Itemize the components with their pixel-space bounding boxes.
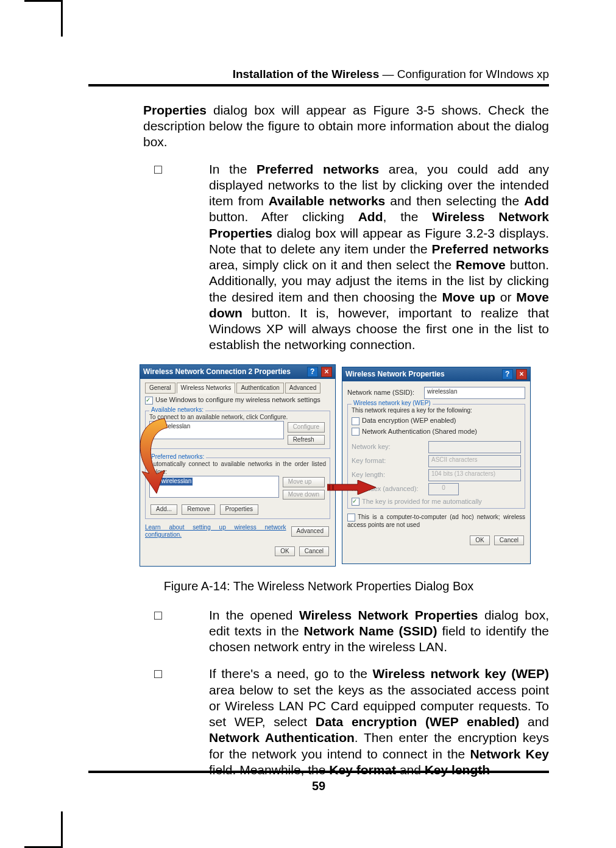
bullet-glyph: □	[143, 607, 209, 655]
ssid-input[interactable]: wirelesslan	[424, 387, 525, 399]
svg-marker-0	[327, 480, 376, 495]
pref-buttons: Add... Remove Properties	[149, 503, 326, 516]
key-format-label: Key format:	[352, 457, 425, 465]
key-length-label: Key length:	[352, 471, 425, 479]
intro-paragraph: Properties dialog box will appear as Fig…	[88, 102, 549, 150]
curved-arrow-icon	[131, 415, 180, 495]
key-index-input[interactable]: 0	[428, 483, 459, 495]
auto-key-row: The key is provided for me automatically	[352, 498, 521, 506]
move-down-button[interactable]: Move down	[283, 490, 325, 500]
bullet-glyph: □	[143, 666, 209, 778]
figure: Wireless Network Connection 2 Properties…	[140, 364, 531, 570]
configure-button[interactable]: Configure	[288, 422, 325, 433]
page-number: 59	[88, 773, 549, 793]
close-icon[interactable]: ×	[321, 367, 332, 377]
wep-group-title: Wireless network key (WEP)	[352, 400, 433, 408]
available-networks-title: Available networks:	[149, 406, 205, 414]
tab-general[interactable]: General	[145, 383, 175, 394]
ok-button-2[interactable]: OK	[470, 535, 489, 546]
ssid-row: Network name (SSID): wirelesslan	[347, 387, 525, 399]
bullet-3: □ If there's a need, go to the Wireless …	[88, 666, 549, 778]
cancel-button-2[interactable]: Cancel	[494, 535, 524, 546]
data-encryption-checkbox[interactable]	[352, 417, 359, 425]
dialog2-title: Wireless Network Properties	[345, 370, 445, 379]
header-plain: — Configuration for WIndows xp	[379, 68, 549, 80]
learn-row: Learn about setting up wireless network …	[145, 524, 330, 539]
use-windows-row: Use Windows to configure my wireless net…	[145, 396, 330, 405]
red-arrow-icon	[327, 480, 376, 495]
key-format-row: Key format:ASCII characters	[352, 455, 521, 467]
network-key-row: Network key:	[352, 441, 521, 453]
network-auth-checkbox[interactable]	[352, 428, 359, 436]
figure-caption: Figure A-14: The Wireless Network Proper…	[88, 579, 549, 594]
move-up-button[interactable]: Move up	[283, 477, 325, 487]
key-format-select[interactable]: ASCII characters	[428, 455, 521, 467]
ok-button[interactable]: OK	[275, 546, 294, 557]
bullet-1-text: In the Preferred networks area, you coul…	[209, 161, 549, 353]
close-icon[interactable]: ×	[516, 369, 527, 380]
crop-mark	[61, 0, 63, 37]
key-length-select[interactable]: 104 bits (13 characters)	[428, 469, 521, 481]
net-auth-row: Network Authentication (Shared mode)	[352, 428, 521, 436]
ssid-label: Network name (SSID):	[347, 389, 420, 397]
cancel-button[interactable]: Cancel	[299, 546, 329, 557]
page: Installation of the Wireless — Configura…	[0, 0, 616, 848]
crop-mark	[24, 0, 61, 2]
bullet-1: □ In the Preferred networks area, you co…	[88, 161, 549, 353]
dialog2-footer: OK Cancel	[347, 534, 525, 547]
crop-mark	[61, 811, 63, 848]
help-icon[interactable]: ?	[502, 369, 513, 380]
network-key-input[interactable]	[428, 441, 521, 453]
dialog1-titlebar[interactable]: Wireless Network Connection 2 Properties…	[140, 365, 335, 379]
auto-key-checkbox[interactable]	[352, 498, 359, 506]
remove-button[interactable]: Remove	[182, 504, 215, 515]
add-button[interactable]: Add...	[150, 504, 177, 515]
adhoc-checkbox[interactable]	[347, 514, 355, 521]
data-enc-row: Data encryption (WEP enabled)	[352, 417, 521, 425]
bullet-3-text: If there's a need, go to the Wireless ne…	[209, 666, 549, 778]
adhoc-row: This is a computer-to-computer (ad hoc) …	[347, 514, 525, 529]
body: Properties dialog box will appear as Fig…	[88, 87, 549, 778]
help-icon[interactable]: ?	[307, 367, 318, 377]
titlebar-icons: ? ×	[306, 367, 332, 377]
bullet-2-text: In the opened Wireless Network Propertie…	[209, 607, 549, 655]
footer: 59	[88, 768, 549, 793]
dialog1-title: Wireless Network Connection 2 Properties	[143, 367, 291, 376]
key-index-row: Key index (advanced):0	[352, 483, 521, 495]
tab-authentication[interactable]: Authentication	[236, 383, 283, 394]
running-header: Installation of the Wireless — Configura…	[88, 67, 549, 82]
dialog-wireless-network-properties[interactable]: Wireless Network Properties ? × Network …	[342, 367, 531, 564]
titlebar-icons-2: ? ×	[501, 369, 527, 380]
tab-advanced[interactable]: Advanced	[285, 383, 320, 394]
tab-wireless-networks[interactable]: Wireless Networks	[177, 383, 236, 394]
dialog2-body: Network name (SSID): wirelesslan Wireles…	[342, 381, 530, 552]
svg-rect-2	[332, 485, 334, 490]
dialog1-tabs: General Wireless Networks Authentication…	[145, 383, 330, 394]
content-area: Installation of the Wireless — Configura…	[88, 67, 549, 778]
bullet-glyph: □	[143, 161, 209, 353]
svg-rect-1	[328, 485, 330, 490]
dialog1-footer: OK Cancel	[145, 545, 330, 558]
learn-link[interactable]: Learn about setting up wireless network …	[145, 524, 286, 539]
bullet-2: □ In the opened Wireless Network Propert…	[88, 607, 549, 655]
refresh-button[interactable]: Refresh	[288, 435, 325, 445]
properties-button[interactable]: Properties	[220, 504, 259, 515]
network-key-label: Network key:	[352, 443, 425, 451]
dialog2-titlebar[interactable]: Wireless Network Properties ? ×	[342, 367, 530, 381]
use-windows-checkbox[interactable]	[145, 397, 153, 405]
key-length-row: Key length:104 bits (13 characters)	[352, 469, 521, 481]
wep-help: This network requires a key for the foll…	[352, 407, 521, 415]
advanced-button[interactable]: Advanced	[291, 526, 329, 537]
header-bold: Installation of the Wireless	[233, 68, 380, 80]
